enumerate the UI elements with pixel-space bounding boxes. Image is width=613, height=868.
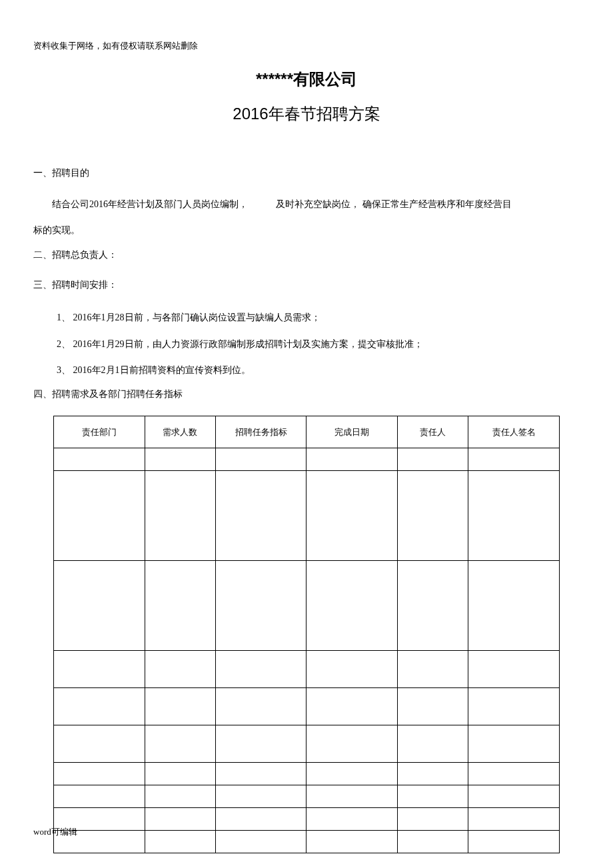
header-demand: 需求人数 [145,416,215,448]
table-row [54,561,560,651]
section-1-text-b: 及时补充空缺岗位， 确保正常生产经营秩序和年度经营目 [276,199,512,209]
table-row [54,448,560,471]
section-1-heading: 一、招聘目的 [33,165,580,181]
section-1-text-a: 结合公司2016年经营计划及部门人员岗位编制， [52,199,248,209]
table-row [54,808,560,831]
table-row [54,763,560,785]
header-disclaimer: 资料收集于网络，如有侵权请联系网站删除 [33,40,580,52]
schedule-item-3: 3、 2016年2月1日前招聘资料的宣传资料到位。 [33,359,580,382]
section-2-heading: 二、招聘总负责人： [33,246,580,263]
document-title: 2016年春节招聘方案 [33,103,580,125]
header-signature: 责任人签名 [468,416,560,448]
header-department: 责任部门 [54,416,145,448]
table-row [54,785,560,808]
company-title: ******有限公司 [33,69,580,90]
footer-note: word可编辑 [33,826,77,838]
section-3-heading: 三、招聘时间安排： [33,276,580,293]
table-row [54,725,560,763]
table-row [54,688,560,725]
section-4-heading: 四、招聘需求及各部门招聘任务指标 [33,386,580,402]
table-row [54,831,560,853]
table-row [54,651,560,688]
schedule-item-2: 2、 2016年1月29日前，由人力资源行政部编制形成招聘计划及实施方案，提交审… [33,333,580,356]
recruitment-table: 责任部门 需求人数 招聘任务指标 完成日期 责任人 责任人签名 [53,416,560,853]
header-person: 责任人 [398,416,468,448]
recruitment-table-container: 责任部门 需求人数 招聘任务指标 完成日期 责任人 责任人签名 [53,416,560,853]
section-1-paragraph: 结合公司2016年经营计划及部门人员岗位编制，及时补充空缺岗位， 确保正常生产经… [33,195,580,215]
table-row [54,471,560,561]
schedule-item-1: 1、 2016年1月28日前，与各部门确认岗位设置与缺编人员需求； [33,306,580,329]
section-1-paragraph-cont: 标的实现。 [33,220,580,241]
header-date: 完成日期 [306,416,398,448]
header-task: 招聘任务指标 [215,416,306,448]
table-header-row: 责任部门 需求人数 招聘任务指标 完成日期 责任人 责任人签名 [54,416,560,448]
